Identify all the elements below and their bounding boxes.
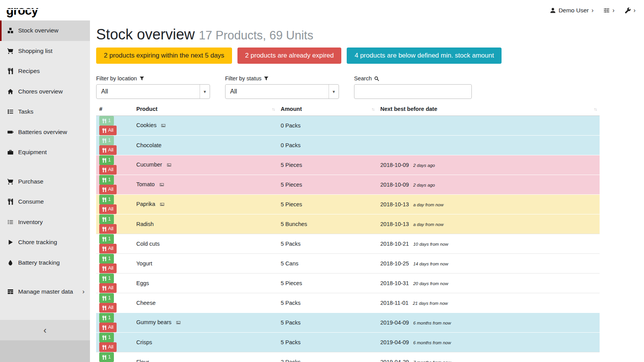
search-icon <box>374 76 379 81</box>
consume-one-button[interactable]: 1 <box>99 195 114 204</box>
settings-menu[interactable]: › <box>603 7 614 14</box>
sidebar-item-label: Equipment <box>18 149 47 156</box>
row-actions-cell: 1 All <box>96 136 133 155</box>
search-label: Search <box>354 75 472 82</box>
amount-cell: 5 Pieces <box>278 155 377 175</box>
status-filter-select[interactable]: All ▼ <box>225 84 339 99</box>
best-before-cell: 2018-10-13 a day from now <box>377 195 600 214</box>
consume-one-button[interactable]: 1 <box>99 175 114 185</box>
stock-table-row: 1 All Gummy bears 5 Packs 2019-04-09 6 m… <box>96 313 600 333</box>
column-header-product[interactable]: Product ↑↓ <box>133 104 278 116</box>
stock-alert-button[interactable]: 2 products are already expired <box>237 48 342 64</box>
app-logo-text: grocy <box>6 3 38 17</box>
sidebar-item-purchase[interactable]: Purchase <box>0 172 90 192</box>
stock-table-row: 1 All Tomato 5 Pieces 2018-10-09 2 days … <box>96 175 600 195</box>
sidebar-item-stock-overview[interactable]: Stock overview <box>0 20 90 41</box>
sidebar-collapse-button[interactable]: ‹ <box>0 320 90 340</box>
stock-table-body: 1 All Cookies 0 Packs 1 All <box>96 116 600 362</box>
stock-alerts: 2 products expiring within the next 5 da… <box>96 48 600 64</box>
consume-all-button[interactable]: All <box>99 283 117 293</box>
consume-all-button[interactable]: All <box>99 342 117 352</box>
product-picture-icon[interactable] <box>159 202 165 208</box>
app-logo[interactable]: grocy <box>6 4 38 17</box>
product-name: Yogurt <box>136 260 152 267</box>
location-filter-select[interactable]: All ▼ <box>96 84 210 99</box>
best-before-relative: 10 days from now <box>413 242 448 246</box>
sidebar-item-batteries-overview[interactable]: Batteries overview <box>0 122 90 143</box>
sidebar-item-chores-overview[interactable]: Chores overview <box>0 82 90 102</box>
consume-all-button[interactable]: All <box>99 145 117 155</box>
consume-one-button[interactable]: 1 <box>99 313 114 323</box>
sidebar-item-manage-master-data[interactable]: Manage master data › <box>0 282 90 302</box>
consume-all-button[interactable]: All <box>99 323 117 332</box>
row-actions-cell: 1 All <box>96 293 133 313</box>
amount-cell: 5 Cans <box>278 254 377 274</box>
chevron-right-icon: › <box>591 7 593 14</box>
consume-one-button[interactable]: 1 <box>99 293 114 303</box>
product-picture-icon[interactable] <box>176 320 181 326</box>
product-picture-icon[interactable] <box>166 162 172 168</box>
consume-one-button[interactable]: 1 <box>99 136 114 145</box>
sort-icon[interactable]: ↑↓ <box>594 107 597 111</box>
consume-all-button[interactable]: All <box>99 263 117 273</box>
stock-alert-button[interactable]: 2 products expiring within the next 5 da… <box>96 48 232 64</box>
admin-tools-menu[interactable]: › <box>625 7 636 14</box>
consume-one-button[interactable]: 1 <box>99 333 114 342</box>
stock-table: # Product ↑↓ Amount ↑↓ Next best before … <box>96 104 600 362</box>
sidebar-item-chore-tracking[interactable]: Chore tracking <box>0 232 90 253</box>
product-cell: Tomato <box>133 175 278 195</box>
user-menu[interactable]: Demo User › <box>550 7 594 14</box>
utensils-icon <box>102 128 106 133</box>
select-caret-icon: ▼ <box>329 85 339 99</box>
table-icon <box>7 289 14 295</box>
amount-cell: 0 Packs <box>278 116 377 136</box>
sidebar-item-tasks[interactable]: Tasks <box>0 102 90 122</box>
amount-cell: 5 Pieces <box>278 274 377 293</box>
best-before-cell <box>377 116 600 136</box>
best-before-relative: 20 days from now <box>413 281 448 286</box>
consume-one-button[interactable]: 1 <box>99 116 114 126</box>
stock-alert-button[interactable]: 4 products are below defined min. stock … <box>347 48 502 64</box>
sort-icon[interactable]: ↑↓ <box>272 107 275 111</box>
best-before-date: 2019-04-09 <box>380 339 409 345</box>
utensils-icon <box>102 148 106 153</box>
consume-one-button[interactable]: 1 <box>99 254 114 263</box>
product-name: Flour <box>136 359 149 362</box>
sidebar-item-inventory[interactable]: Inventory <box>0 212 90 233</box>
product-picture-icon[interactable] <box>161 123 166 129</box>
consume-one-button[interactable]: 1 <box>99 274 114 283</box>
sidebar-item-battery-tracking[interactable]: Battery tracking <box>0 253 90 273</box>
consume-all-button[interactable]: All <box>99 204 117 214</box>
wrench-icon <box>625 7 631 14</box>
consume-all-button[interactable]: All <box>99 303 117 313</box>
sidebar-item-equipment[interactable]: Equipment <box>0 142 90 163</box>
consume-all-button[interactable]: All <box>99 244 117 253</box>
consume-one-button[interactable]: 1 <box>99 352 114 362</box>
product-cell: Flour <box>133 352 278 362</box>
utensils-icon <box>102 237 106 241</box>
row-actions-cell: 1 All <box>96 195 133 214</box>
utensils-icon <box>102 168 106 172</box>
column-header-best-before[interactable]: Next best before date ↑↓ <box>377 104 600 116</box>
boxes-icon <box>7 27 14 34</box>
consume-one-button[interactable]: 1 <box>99 155 114 165</box>
sort-icon[interactable]: ↑↓ <box>371 107 374 111</box>
consume-all-button[interactable]: All <box>99 224 117 234</box>
utensils-icon <box>102 355 106 360</box>
row-actions-cell: 1 All <box>96 274 133 293</box>
product-name: Cucumber <box>136 161 162 168</box>
tasks-icon <box>7 109 14 115</box>
sidebar-item-recipes[interactable]: Recipes <box>0 61 90 82</box>
search-input[interactable] <box>354 84 472 99</box>
consume-all-button[interactable]: All <box>99 126 117 135</box>
product-picture-icon[interactable] <box>159 182 164 188</box>
consume-all-button[interactable]: All <box>99 185 117 194</box>
sidebar-item-consume[interactable]: Consume <box>0 192 90 212</box>
consume-one-button[interactable]: 1 <box>99 234 114 244</box>
amount-cell: 5 Packs <box>278 234 377 254</box>
consume-all-button[interactable]: All <box>99 165 117 175</box>
consume-one-button[interactable]: 1 <box>99 214 114 224</box>
column-header-amount[interactable]: Amount ↑↓ <box>278 104 377 116</box>
best-before-date: 2018-10-09 <box>380 182 409 188</box>
sidebar-item-shopping-list[interactable]: Shopping list <box>0 41 90 61</box>
